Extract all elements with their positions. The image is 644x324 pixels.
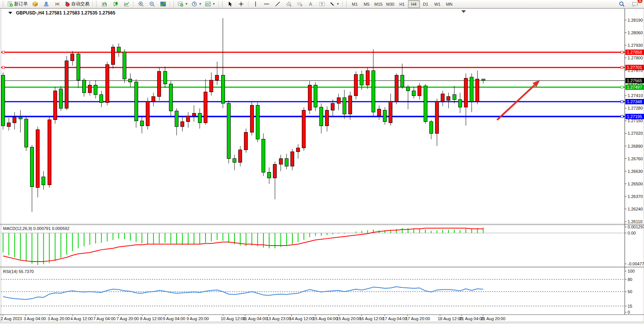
macd-label: MACD(12,26,9) 0.000791 0.000592 (3, 226, 69, 231)
macd-axis-label: 0.00 (628, 231, 636, 235)
candle-chart-mode-button[interactable] (110, 0, 121, 8)
candle-body (371, 70, 375, 112)
tile-windows-button[interactable] (158, 0, 168, 8)
channel-tool-button[interactable]: E (284, 0, 294, 8)
line-handle-right[interactable] (621, 101, 623, 103)
candle-body (221, 75, 225, 104)
line-handle-right[interactable] (621, 115, 623, 118)
text-tool-button[interactable]: A (306, 0, 316, 8)
cursor-tool-button[interactable] (225, 0, 236, 8)
label-tool-button[interactable]: T (317, 0, 327, 8)
candle-body (7, 123, 11, 126)
candle-body (158, 72, 161, 97)
candle-body (181, 122, 184, 127)
candle-body (250, 105, 253, 132)
price-badge-label: 1.27565 (627, 78, 642, 83)
indicators-button[interactable]: ▼ (176, 0, 190, 8)
signals-icon (43, 1, 49, 7)
candle-body (418, 86, 421, 96)
market-button[interactable] (30, 0, 40, 8)
time-tick-label: 17 Aug 04:00 (383, 316, 407, 321)
rsi-axis-label: 80 (628, 277, 632, 282)
trendline-tool-button[interactable] (273, 0, 283, 8)
price-tick-label: 1.26630 (628, 169, 643, 174)
candle-body (337, 97, 340, 103)
timeframe-M30[interactable]: M30 (384, 0, 396, 8)
candle-body (2, 75, 5, 126)
candle-body (470, 77, 473, 102)
price-tick-label: 1.28190 (628, 18, 643, 22)
candle-body (331, 104, 335, 110)
candle-body (378, 109, 381, 116)
search-button[interactable] (617, 0, 627, 8)
price-tick-label: 1.27410 (628, 93, 643, 98)
candle-body (406, 87, 410, 91)
line-handle-left[interactable] (2, 51, 5, 53)
zoom-out-button[interactable] (147, 0, 157, 8)
candle-body (441, 94, 445, 101)
timeframe-M1[interactable]: M1 (349, 0, 361, 8)
chart-window[interactable]: 1.281901.280601.279301.278001.276701.275… (0, 0, 644, 324)
autotrade-icon (64, 1, 70, 7)
macd-axis-label: -0.004777 (628, 262, 644, 266)
rsi-axis-label: 0 (628, 310, 630, 314)
line-chart-mode-button[interactable] (121, 0, 132, 8)
templates-button[interactable]: ▼ (204, 0, 217, 8)
candle-body (117, 47, 121, 52)
line-handle-left[interactable] (2, 66, 5, 69)
line-handle-right[interactable] (621, 66, 623, 69)
toolbar-separator (133, 1, 134, 7)
vline-tool-button[interactable] (250, 0, 261, 8)
candle-body (395, 75, 398, 102)
fibo-tool-button[interactable]: F (295, 0, 305, 8)
candle-body (134, 82, 138, 121)
time-tick-label: 7 Aug 20:00 (116, 316, 139, 321)
signals-button[interactable] (41, 0, 51, 8)
time-tick-label: 7 Aug 04:00 (93, 316, 116, 321)
timeframe-H4[interactable]: H4 (408, 0, 420, 8)
timeframe-H1[interactable]: H1 (396, 0, 408, 8)
bar-chart-icon (102, 1, 107, 7)
bar-chart-mode-button[interactable] (99, 0, 110, 8)
arrows-tool-button[interactable]: ▼ (328, 0, 341, 8)
candle-body (325, 110, 329, 126)
timeframe-MN[interactable]: MN (443, 0, 455, 8)
zoom-in-icon (138, 1, 144, 7)
price-tick-label: 1.26760 (628, 156, 643, 161)
chat-button[interactable]: 1 (630, 0, 640, 8)
candle-body (458, 99, 462, 107)
price-tick-label: 1.26370 (628, 194, 643, 199)
candle-body (227, 104, 230, 159)
new-order-button[interactable]: 新订单 (6, 0, 29, 8)
news-button[interactable] (52, 0, 62, 8)
time-tick-label: 16 Aug 12:00 (359, 316, 384, 321)
chevron-down-icon: ▼ (336, 2, 340, 6)
candle-body (65, 61, 69, 109)
timeframe-M5[interactable]: M5 (361, 0, 373, 8)
candle-body (424, 86, 427, 122)
crosshair-tool-button[interactable] (236, 0, 247, 8)
timeframe-D1[interactable]: D1 (420, 0, 432, 8)
candle-body (204, 92, 207, 123)
candle-body (412, 91, 416, 96)
candle-body (198, 113, 201, 123)
candle-body (210, 80, 213, 92)
hline-tool-button[interactable] (261, 0, 272, 8)
toolbar-grip (3, 1, 4, 7)
timeframe-W1[interactable]: W1 (432, 0, 443, 8)
candle-body (163, 72, 167, 84)
line-handle-right[interactable] (621, 51, 623, 53)
price-badge-label: 1.27195 (627, 114, 642, 119)
cursor-icon (227, 1, 233, 7)
periods-button[interactable]: ▼ (190, 0, 203, 8)
price-tick-label: 1.26110 (628, 219, 642, 224)
price-tick-label: 1.27930 (628, 43, 643, 48)
line-handle-right[interactable] (621, 86, 623, 88)
candle-body (447, 97, 450, 101)
candle-body (360, 74, 363, 85)
timeframe-M15[interactable]: M15 (373, 0, 384, 8)
price-tick-label: 1.27280 (628, 106, 643, 110)
zoom-in-button[interactable] (135, 0, 146, 8)
autotrade-button[interactable]: 自动交易 (63, 0, 91, 8)
candle-body (279, 159, 282, 164)
